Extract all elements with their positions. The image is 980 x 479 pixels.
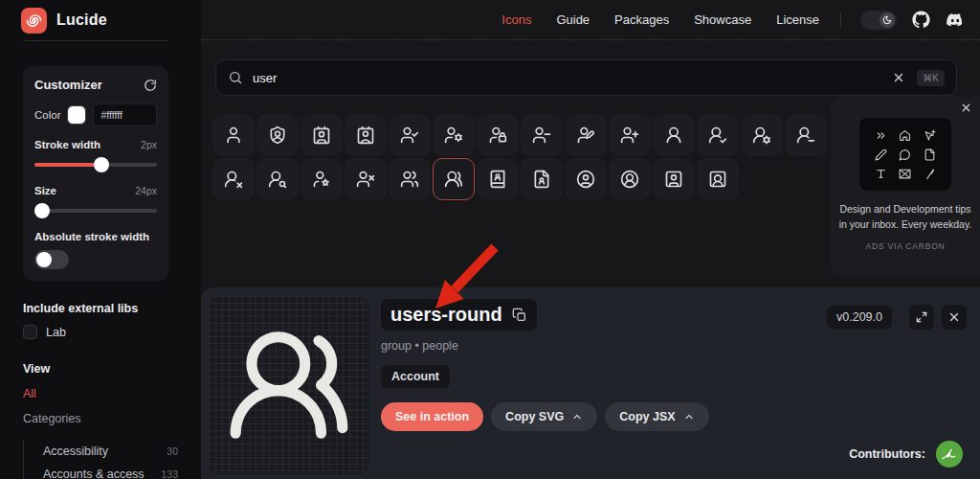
- icon-results-grid: [212, 114, 827, 200]
- include-libs-heading: Include external libs: [23, 302, 178, 315]
- nav-link-showcase[interactable]: Showcase: [694, 12, 751, 27]
- line-icon: [924, 168, 936, 180]
- category-item-accessibility[interactable]: Accessibility 30: [43, 440, 178, 463]
- user-round-x-icon[interactable]: [212, 158, 255, 200]
- lab-checkbox-row[interactable]: Lab: [23, 325, 178, 339]
- sidebar: Lucide Customizer Color Stroke width 2px: [0, 0, 201, 479]
- file-icon: [924, 148, 936, 161]
- view-all-link[interactable]: All: [23, 387, 178, 400]
- nav-link-packages[interactable]: Packages: [614, 12, 669, 27]
- user-pen-icon[interactable]: [565, 114, 607, 156]
- brand-title: Lucide: [56, 11, 107, 29]
- mail-x-icon: [899, 168, 911, 180]
- user-star-icon[interactable]: [301, 158, 343, 200]
- see-in-action-button[interactable]: See in action: [381, 402, 483, 431]
- nav-link-guide[interactable]: Guide: [556, 12, 590, 27]
- icon-tags: group • people: [381, 339, 709, 353]
- discord-icon[interactable]: [946, 11, 965, 30]
- chevron-up-icon: [683, 411, 695, 422]
- contributor-avatar[interactable]: [936, 441, 963, 468]
- user-x-icon[interactable]: [345, 158, 387, 200]
- top-nav: Icons Guide Packages Showcase License: [201, 0, 980, 40]
- contact-icon[interactable]: [301, 114, 343, 156]
- search-input[interactable]: [253, 71, 892, 85]
- user-plus-icon[interactable]: [609, 114, 651, 156]
- user-lock-icon[interactable]: [477, 114, 519, 156]
- customizer-title: Customizer: [34, 78, 102, 92]
- github-icon[interactable]: [912, 11, 930, 29]
- absolute-stroke-toggle[interactable]: [34, 250, 69, 269]
- lucide-app: Lucide Customizer Color Stroke width 2px: [0, 0, 980, 479]
- speech-bubble-icon: [899, 148, 911, 161]
- ad-link[interactable]: Design and Development tips in your inbo…: [831, 118, 980, 251]
- contributors-row: Contributors:: [849, 441, 963, 468]
- circle-user-round-icon[interactable]: [609, 158, 651, 200]
- user-round-minus-icon[interactable]: [785, 114, 827, 156]
- users-icon[interactable]: [389, 158, 431, 200]
- category-badge-account[interactable]: Account: [381, 365, 450, 388]
- nav-divider: [840, 12, 841, 28]
- lab-label: Lab: [46, 326, 66, 339]
- users-round-icon-large: [225, 321, 353, 449]
- moon-icon: [880, 12, 895, 28]
- copy-jsx-button[interactable]: Copy JSX: [605, 402, 708, 431]
- nav-link-icons[interactable]: Icons: [501, 12, 531, 27]
- circle-user-icon[interactable]: [565, 158, 607, 200]
- user-round-cog-icon[interactable]: [741, 114, 783, 156]
- pen-icon: [875, 148, 887, 161]
- square-user-icon[interactable]: [653, 158, 695, 200]
- size-value: 24px: [135, 185, 157, 196]
- theme-toggle[interactable]: [860, 11, 897, 30]
- icon-title-box: users-round: [381, 299, 537, 331]
- user-icon[interactable]: [212, 114, 255, 156]
- user-round-icon[interactable]: [653, 114, 695, 156]
- user-minus-icon[interactable]: [521, 114, 563, 156]
- user-cog-icon[interactable]: [433, 114, 475, 156]
- lucide-logo-icon: [21, 8, 47, 34]
- ad-text-line2: in your inbox. Every weekday.: [831, 217, 980, 232]
- user-round-check-icon[interactable]: [697, 114, 739, 156]
- home-icon: [899, 129, 911, 142]
- size-label: Size: [34, 185, 56, 196]
- color-label: Color: [34, 109, 60, 121]
- clear-search-icon[interactable]: [892, 71, 905, 84]
- square-user-round-icon[interactable]: [697, 158, 739, 200]
- ad-attribution: ADS VIA CARBON: [831, 241, 980, 251]
- ad-close-icon[interactable]: [960, 102, 972, 114]
- file-user-icon[interactable]: [521, 158, 563, 200]
- search-bar: ⌘K: [215, 59, 957, 96]
- chevron-up-icon: [571, 411, 583, 422]
- lab-checkbox[interactable]: [23, 325, 37, 339]
- chevrons-right-icon: [875, 129, 887, 142]
- user-check-icon[interactable]: [389, 114, 431, 156]
- icon-preview: [209, 296, 369, 474]
- stroke-width-slider[interactable]: [34, 157, 157, 172]
- contact-round-icon[interactable]: [345, 114, 387, 156]
- users-round-icon[interactable]: [433, 158, 475, 200]
- carbon-ad-card: Design and Development tips in your inbo…: [831, 96, 980, 275]
- book-user-icon[interactable]: [477, 158, 519, 200]
- pointer-plus-icon: [924, 129, 936, 142]
- absolute-stroke-label: Absolute stroke width: [34, 231, 157, 242]
- ad-text-line1: Design and Development tips: [831, 201, 980, 217]
- version-badge: v0.209.0: [827, 306, 892, 329]
- view-heading: View: [23, 362, 178, 376]
- copy-name-icon[interactable]: [512, 308, 527, 323]
- detail-controls: v0.209.0: [827, 305, 967, 330]
- categories-list: Accessibility 30 Accounts & access 133 A…: [23, 440, 178, 479]
- size-slider[interactable]: [34, 203, 157, 218]
- color-input[interactable]: [93, 103, 157, 126]
- keyboard-shortcut-badge: ⌘K: [917, 70, 945, 86]
- stroke-width-label: Stroke width: [34, 139, 100, 150]
- category-item-accounts-access[interactable]: Accounts & access 133: [43, 463, 178, 479]
- reset-icon[interactable]: [144, 79, 157, 92]
- brand-link[interactable]: Lucide: [0, 0, 201, 40]
- contributors-label: Contributors:: [849, 447, 925, 461]
- color-swatch[interactable]: [67, 105, 86, 125]
- shield-user-icon[interactable]: [256, 114, 299, 156]
- close-detail-icon[interactable]: [942, 305, 967, 330]
- maximize-icon[interactable]: [909, 305, 934, 330]
- nav-link-license[interactable]: License: [776, 12, 819, 27]
- user-round-search-icon[interactable]: [256, 158, 299, 200]
- copy-svg-button[interactable]: Copy SVG: [491, 402, 597, 431]
